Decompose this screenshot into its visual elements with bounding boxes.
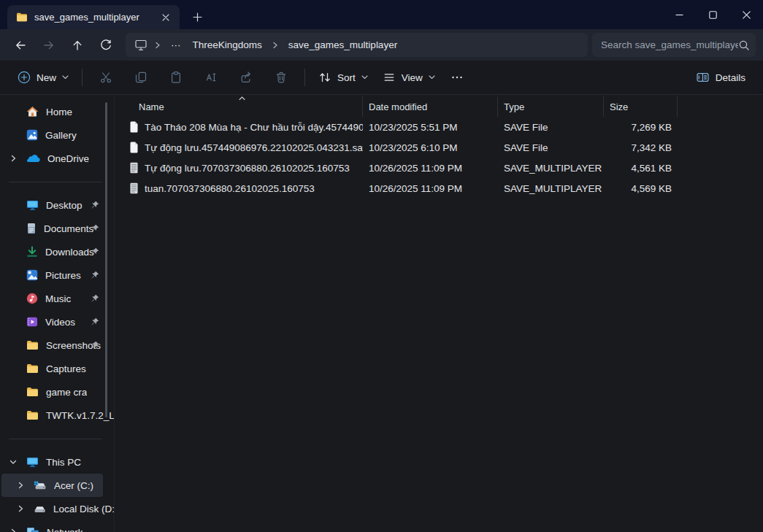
explorer-tab[interactable]: save_games_multiplayer: [7, 5, 180, 29]
details-button[interactable]: Details: [689, 65, 753, 90]
chevron-down-icon: [361, 75, 368, 80]
more-icon: [450, 71, 464, 84]
file-row[interactable]: Tự động lưu.457449086976.22102025.043231…: [115, 137, 763, 158]
column-header-label: Name: [139, 101, 164, 112]
sort-icon: [318, 71, 331, 84]
tab-title: save_games_multiplayer: [34, 12, 139, 23]
chevron-down-icon: [429, 75, 435, 80]
sidebar-item-documents[interactable]: Documents: [0, 217, 114, 240]
sidebar-item-onedrive[interactable]: OneDrive: [0, 147, 114, 170]
sidebar-item-home[interactable]: Home: [0, 100, 114, 123]
file-blank-icon: [129, 142, 139, 153]
sidebar-item-label: Music: [45, 293, 71, 304]
chevron-right-icon[interactable]: [15, 505, 26, 512]
desktop-icon: [26, 200, 39, 211]
file-size: 7,342 KB: [604, 142, 678, 153]
file-date-modified: 10/23/2025 6:10 PM: [363, 142, 498, 153]
file-name: tuan.707037306880.26102025.160753: [145, 183, 315, 194]
column-header-row: Name Date modified Type Size: [115, 96, 763, 117]
file-size: 4,569 KB: [604, 183, 678, 194]
new-tab-button[interactable]: [187, 7, 207, 26]
cut-button[interactable]: [88, 65, 123, 90]
chevron-right-icon[interactable]: [15, 482, 26, 489]
search-input[interactable]: [601, 39, 738, 50]
up-button[interactable]: [64, 33, 90, 58]
file-row[interactable]: Tự động lưu.707037306880.26102025.160753…: [115, 158, 763, 178]
forward-button[interactable]: [36, 33, 61, 58]
sidebar-item-this-pc[interactable]: This PC: [0, 450, 114, 474]
pin-icon: [91, 247, 99, 256]
column-header-type[interactable]: Type: [498, 96, 604, 117]
share-button[interactable]: [229, 65, 264, 90]
chevron-right-icon[interactable]: [7, 528, 19, 532]
file-type: SAVE File: [498, 122, 604, 133]
sidebar-item-label: TWTK.v1.7.2_Lir: [46, 410, 114, 421]
search-box[interactable]: [592, 33, 756, 57]
rename-button[interactable]: [193, 65, 229, 90]
back-button[interactable]: [7, 33, 33, 58]
sidebar-item-music[interactable]: Music: [0, 287, 114, 310]
new-button[interactable]: New: [10, 65, 76, 90]
pin-icon: [91, 341, 99, 350]
breadcrumb-chevron-icon[interactable]: [153, 42, 162, 49]
close-button[interactable]: [729, 0, 763, 29]
sidebar-item-gallery[interactable]: Gallery: [0, 123, 114, 147]
paste-button[interactable]: [158, 65, 193, 90]
refresh-button[interactable]: [93, 33, 118, 58]
more-options-button[interactable]: [442, 65, 472, 90]
sidebar-item-desktop[interactable]: Desktop: [0, 193, 114, 217]
column-header-label: Type: [504, 101, 524, 112]
file-type: SAVE_MULTIPLAYER File: [498, 183, 604, 194]
maximize-button[interactable]: [696, 0, 729, 29]
file-type: SAVE File: [498, 142, 604, 153]
sidebar-item-label: This PC: [46, 457, 81, 468]
sidebar-item-label: Documents: [44, 223, 93, 234]
breadcrumb-chevron-icon[interactable]: [271, 42, 280, 49]
file-row[interactable]: Tào Tháo 208 Mùa hạ - Chư hầu trỗi dậy.4…: [115, 117, 763, 137]
column-header-date-modified[interactable]: Date modified: [363, 96, 498, 117]
tab-close-button[interactable]: [158, 9, 174, 26]
file-row[interactable]: tuan.707037306880.26102025.160753 10/26/…: [115, 178, 763, 198]
folder-icon: [26, 410, 39, 420]
sort-ascending-caret-icon: [239, 96, 245, 101]
trash-icon: [275, 71, 288, 84]
address-bar[interactable]: ··· ThreeKingdoms save_games_multiplayer: [126, 33, 588, 57]
rename-icon: [204, 71, 218, 84]
sidebar-item-captures[interactable]: Captures: [0, 357, 114, 380]
this-pc-icon: [26, 457, 39, 468]
column-header-name[interactable]: Name: [115, 96, 363, 117]
sidebar-item-screenshots[interactable]: Screenshots: [0, 334, 114, 357]
sidebar-item-label: Local Disk (D:): [53, 504, 114, 514]
sidebar-item-videos[interactable]: Videos: [0, 310, 114, 334]
network-icon: [26, 527, 39, 532]
this-pc-icon[interactable]: [134, 39, 147, 51]
chevron-down-icon[interactable]: [7, 459, 19, 466]
breadcrumb-current-folder[interactable]: save_games_multiplayer: [285, 38, 400, 52]
navigation-pane: Home Gallery OneDrive Desktop: [0, 95, 115, 532]
pin-icon: [91, 294, 99, 303]
toolbar-separator: [304, 69, 305, 86]
sort-button[interactable]: Sort: [311, 65, 375, 90]
download-arrow-icon: [26, 246, 38, 258]
file-list-pane: Name Date modified Type Size Tào Tháo 20…: [115, 95, 763, 532]
breadcrumb-threekingdoms[interactable]: ThreeKingdoms: [190, 38, 265, 52]
sidebar-item-acer-c[interactable]: Acer (C:): [1, 474, 103, 497]
sidebar-scrollbar[interactable]: [105, 102, 107, 417]
home-icon: [26, 106, 39, 117]
chevron-right-icon[interactable]: [7, 155, 19, 162]
pin-icon: [91, 271, 99, 280]
sidebar-item-pictures[interactable]: Pictures: [0, 263, 114, 287]
sidebar-item-twtk[interactable]: TWTK.v1.7.2_Lir: [0, 404, 114, 427]
file-date-modified: 10/26/2025 11:09 PM: [363, 163, 498, 174]
minimize-button[interactable]: [662, 0, 696, 29]
copy-button[interactable]: [123, 65, 158, 90]
sidebar-item-downloads[interactable]: Downloads: [0, 240, 114, 263]
delete-button[interactable]: [264, 65, 299, 90]
breadcrumb-overflow-button[interactable]: ···: [168, 38, 184, 52]
sidebar-item-game-cra[interactable]: game cra: [0, 380, 114, 404]
sidebar-item-network[interactable]: Network: [0, 520, 114, 532]
titlebar: save_games_multiplayer: [0, 0, 763, 29]
sidebar-item-local-disk-d[interactable]: Local Disk (D:): [0, 497, 114, 520]
view-button[interactable]: View: [375, 65, 442, 90]
column-header-size[interactable]: Size: [604, 96, 678, 117]
